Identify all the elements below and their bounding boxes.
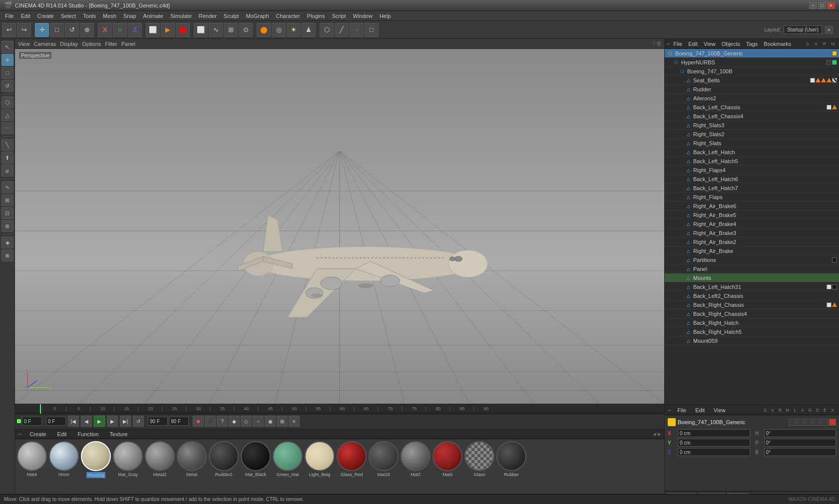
obj-row-blhatch6[interactable]: △ Back_Left_Hatch6: [665, 175, 839, 184]
edge-mode-button[interactable]: ╱: [335, 23, 349, 37]
anim-settings-button[interactable]: ⊞: [277, 416, 288, 427]
attr-pos-y[interactable]: [678, 439, 750, 447]
material-mat-black[interactable]: Mat_Black: [241, 441, 271, 478]
render-region-button[interactable]: ⬜: [146, 23, 160, 37]
key3-button[interactable]: ○: [253, 416, 264, 427]
y-axis-button[interactable]: ○: [113, 23, 127, 37]
material-mat18[interactable]: Mat18: [369, 441, 399, 478]
current-frame-input[interactable]: [22, 417, 42, 426]
point-tool[interactable]: ⋯: [1, 122, 13, 134]
materials-create-menu[interactable]: Create: [27, 431, 48, 438]
obj-button[interactable]: ⬜: [194, 23, 208, 37]
obj-row-boeing[interactable]: ⬡ Boeing_747_100B: [665, 67, 839, 76]
menu-edit[interactable]: Edit: [18, 12, 33, 20]
measure-tool[interactable]: ⊗: [1, 250, 13, 261]
key4-button[interactable]: ◉: [265, 416, 276, 427]
nurbs-button[interactable]: ⊞: [224, 23, 238, 37]
obj-row-blc4[interactable]: △ Back_Left_Chassis4: [665, 112, 839, 121]
object-mode-button[interactable]: □: [365, 23, 379, 37]
material-mat9[interactable]: Mat9: [432, 441, 462, 478]
magnet-tool[interactable]: ⊞: [1, 194, 13, 206]
menu-character[interactable]: Character: [273, 12, 303, 20]
obj-row-ailerons2[interactable]: △ Ailerons2: [665, 94, 839, 103]
menu-tools[interactable]: Tools: [80, 12, 99, 20]
obj-row-brc4[interactable]: △ Back_Right_Chassis4: [665, 309, 839, 318]
menu-select[interactable]: Select: [58, 12, 79, 20]
attr-rot-p[interactable]: [764, 439, 837, 447]
material-rubber[interactable]: Rubber: [496, 441, 526, 478]
attr-view-menu[interactable]: View: [711, 407, 728, 414]
point-mode-button[interactable]: ·: [350, 23, 364, 37]
obj-row-rab5[interactable]: △ Right_Air_Brake5: [665, 211, 839, 220]
menu-create[interactable]: Create: [34, 12, 57, 20]
select-tool[interactable]: ↖: [1, 41, 13, 53]
rotate-tool-button[interactable]: ↺: [65, 23, 79, 37]
obj-row-rflaps[interactable]: △ Right_Flaps: [665, 193, 839, 202]
menu-simulate[interactable]: Simulate: [167, 12, 195, 20]
goto-start-button[interactable]: |◀: [68, 416, 79, 427]
materials-scroll[interactable]: ◀ ▶: [653, 432, 661, 437]
obj-edit-menu[interactable]: Edit: [686, 40, 700, 47]
obj-row-partitions[interactable]: △ Partitions: [665, 255, 839, 264]
obj-row-root[interactable]: ⬡ Boeing_747_100B_Generic: [665, 49, 839, 58]
deformer-button[interactable]: ⊙: [239, 23, 253, 37]
stop-button[interactable]: ⬛: [205, 416, 216, 427]
obj-tags-menu[interactable]: Tags: [744, 40, 760, 47]
goto-end-button[interactable]: ▶|: [120, 416, 131, 427]
obj-file-menu[interactable]: File: [671, 40, 685, 47]
viewport-options-menu[interactable]: Options: [82, 41, 101, 47]
rotate-tool[interactable]: ↺: [1, 80, 13, 92]
obj-row-rab2[interactable]: △ Right_Air_Brake2: [665, 238, 839, 247]
polygon-mode-button[interactable]: ⬡: [320, 23, 334, 37]
bevel-tool[interactable]: ⌀: [1, 165, 13, 177]
spline-button[interactable]: ∿: [209, 23, 223, 37]
edge-tool[interactable]: △: [1, 109, 13, 121]
scale-tool[interactable]: □: [1, 67, 13, 79]
close-button[interactable]: ✕: [827, 2, 835, 9]
obj-row-seat-belts[interactable]: △ Seat_Belts: [665, 76, 839, 85]
obj-row-rab3[interactable]: △ Right_Air_Brake3: [665, 229, 839, 238]
attr-pos-x[interactable]: [678, 429, 750, 437]
menu-sculpt[interactable]: Sculpt: [221, 12, 242, 20]
obj-objects-menu[interactable]: Objects: [719, 40, 743, 47]
brush-tool[interactable]: ∿: [1, 181, 13, 193]
end-frame-input[interactable]: [148, 417, 168, 426]
attr-file-menu[interactable]: File: [675, 407, 689, 414]
menu-help[interactable]: Help: [377, 12, 394, 20]
menu-window[interactable]: Window: [350, 12, 376, 20]
obj-row-rudder[interactable]: △ Rudder: [665, 85, 839, 94]
menu-script[interactable]: Script: [329, 12, 349, 20]
key-button[interactable]: ◆: [229, 416, 240, 427]
maximize-button[interactable]: □: [818, 2, 826, 9]
loop-button[interactable]: ↺: [133, 416, 144, 427]
knife-tool[interactable]: ╲: [1, 139, 13, 151]
obj-view-menu[interactable]: View: [701, 40, 718, 47]
menu-plugins[interactable]: Plugins: [304, 12, 328, 20]
frame-start-input[interactable]: [46, 417, 66, 426]
viewport-display-menu[interactable]: Display: [60, 41, 78, 47]
subdivide-tool[interactable]: ⊡: [1, 207, 13, 219]
x-axis-button[interactable]: X: [98, 23, 112, 37]
move-tool-button[interactable]: ✛: [35, 23, 49, 37]
materials-texture-menu[interactable]: Texture: [107, 431, 130, 438]
attr-edit-menu[interactable]: Edit: [693, 407, 707, 414]
obj-row-rab4[interactable]: △ Right_Air_Brake4: [665, 220, 839, 229]
total-frames-input[interactable]: [169, 417, 189, 426]
obj-row-blhatch31[interactable]: △ Back_Left_Hatch31: [665, 282, 839, 291]
obj-row-rslats3[interactable]: △ Right_Slats3: [665, 121, 839, 130]
viewport-cameras-menu[interactable]: Cameras: [34, 41, 56, 47]
render-view-button[interactable]: ▶: [161, 23, 175, 37]
transform-button[interactable]: ⊕: [80, 23, 94, 37]
material-mat4[interactable]: Mat4: [17, 441, 47, 478]
menu-animate[interactable]: Animate: [140, 12, 166, 20]
step-back-button[interactable]: ◀: [81, 416, 92, 427]
key2-button[interactable]: ◇: [241, 416, 252, 427]
obj-row-rab[interactable]: △ Right_Air_Brake: [665, 247, 839, 255]
obj-row-panel[interactable]: △ Panel: [665, 264, 839, 273]
character-toolbar-button[interactable]: ♟: [302, 23, 316, 37]
attr-rot-h[interactable]: [764, 429, 837, 437]
material-glass[interactable]: Glass: [464, 441, 494, 478]
record-button[interactable]: ⏺: [193, 416, 204, 427]
material-light-beig[interactable]: Light_Beig: [305, 441, 335, 478]
obj-row-brhatch[interactable]: △ Back_Right_Hatch: [665, 318, 839, 327]
